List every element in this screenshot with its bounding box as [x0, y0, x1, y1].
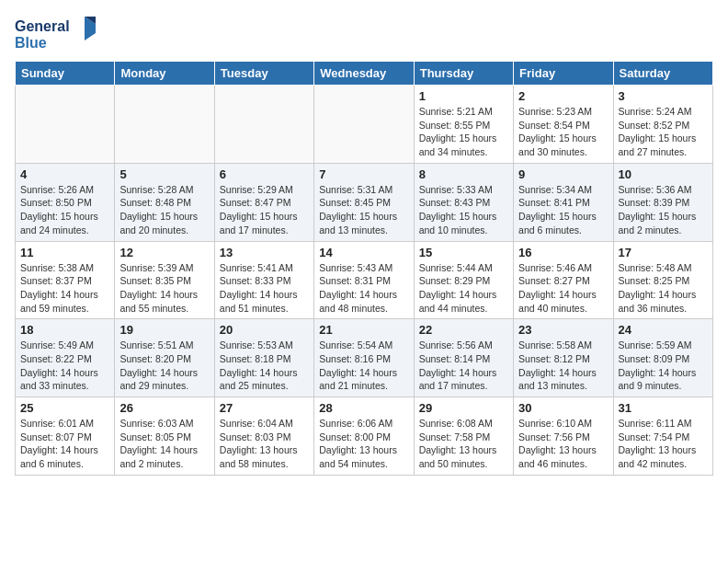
calendar-cell: 5Sunrise: 5:28 AM Sunset: 8:48 PM Daylig…	[115, 163, 214, 241]
weekday-header-wednesday: Wednesday	[314, 62, 414, 86]
calendar-cell: 2Sunrise: 5:23 AM Sunset: 8:54 PM Daylig…	[514, 86, 613, 164]
day-info: Sunrise: 5:29 AM Sunset: 8:47 PM Dayligh…	[220, 183, 309, 237]
day-number: 9	[518, 167, 608, 181]
weekday-header-row: SundayMondayTuesdayWednesdayThursdayFrid…	[16, 62, 713, 86]
day-number: 14	[319, 246, 408, 259]
day-info: Sunrise: 6:06 AM Sunset: 8:00 PM Dayligh…	[319, 417, 408, 471]
calendar-cell: 27Sunrise: 6:04 AM Sunset: 8:03 PM Dayli…	[214, 397, 313, 476]
day-number: 22	[419, 323, 508, 337]
calendar-cell: 3Sunrise: 5:24 AM Sunset: 8:52 PM Daylig…	[613, 86, 712, 164]
calendar-cell: 31Sunrise: 6:11 AM Sunset: 7:54 PM Dayli…	[613, 397, 712, 476]
day-number: 28	[319, 401, 408, 415]
day-number: 21	[319, 323, 408, 337]
calendar-cell: 1Sunrise: 5:21 AM Sunset: 8:55 PM Daylig…	[414, 86, 513, 164]
calendar-cell: 20Sunrise: 5:53 AM Sunset: 8:18 PM Dayli…	[214, 319, 313, 397]
day-info: Sunrise: 5:33 AM Sunset: 8:43 PM Dayligh…	[419, 183, 508, 237]
day-info: Sunrise: 5:44 AM Sunset: 8:29 PM Dayligh…	[419, 261, 508, 316]
day-info: Sunrise: 5:23 AM Sunset: 8:54 PM Dayligh…	[518, 105, 608, 159]
calendar-cell: 14Sunrise: 5:43 AM Sunset: 8:31 PM Dayli…	[314, 241, 414, 319]
weekday-header-thursday: Thursday	[414, 62, 513, 86]
day-number: 5	[119, 167, 209, 181]
day-info: Sunrise: 6:10 AM Sunset: 7:56 PM Dayligh…	[518, 417, 608, 471]
day-number: 19	[119, 323, 209, 337]
calendar-cell: 17Sunrise: 5:48 AM Sunset: 8:25 PM Dayli…	[613, 241, 712, 319]
day-number: 30	[518, 401, 608, 415]
day-number: 7	[319, 167, 408, 181]
day-number: 18	[20, 323, 109, 337]
day-info: Sunrise: 5:41 AM Sunset: 8:33 PM Dayligh…	[220, 261, 309, 316]
day-info: Sunrise: 5:34 AM Sunset: 8:41 PM Dayligh…	[518, 183, 608, 237]
day-number: 31	[619, 401, 708, 415]
calendar-cell	[16, 86, 115, 164]
day-info: Sunrise: 5:59 AM Sunset: 8:09 PM Dayligh…	[619, 339, 708, 393]
calendar-cell: 8Sunrise: 5:33 AM Sunset: 8:43 PM Daylig…	[414, 163, 513, 241]
calendar-cell: 25Sunrise: 6:01 AM Sunset: 8:07 PM Dayli…	[16, 397, 115, 476]
day-number: 27	[220, 401, 309, 415]
day-number: 3	[619, 89, 708, 103]
day-info: Sunrise: 5:28 AM Sunset: 8:48 PM Dayligh…	[119, 183, 209, 237]
calendar-cell: 21Sunrise: 5:54 AM Sunset: 8:16 PM Dayli…	[314, 319, 414, 397]
day-info: Sunrise: 5:43 AM Sunset: 8:31 PM Dayligh…	[319, 261, 408, 316]
calendar-week-5: 25Sunrise: 6:01 AM Sunset: 8:07 PM Dayli…	[16, 397, 713, 476]
day-number: 23	[518, 323, 608, 337]
day-info: Sunrise: 5:58 AM Sunset: 8:12 PM Dayligh…	[518, 339, 608, 393]
logo-svg: General Blue	[15, 15, 97, 53]
day-info: Sunrise: 6:03 AM Sunset: 8:05 PM Dayligh…	[119, 417, 209, 471]
weekday-header-sunday: Sunday	[16, 62, 115, 86]
calendar-cell: 4Sunrise: 5:26 AM Sunset: 8:50 PM Daylig…	[16, 163, 115, 241]
calendar-table: SundayMondayTuesdayWednesdayThursdayFrid…	[15, 61, 713, 476]
day-number: 25	[20, 401, 109, 415]
day-info: Sunrise: 5:38 AM Sunset: 8:37 PM Dayligh…	[20, 261, 109, 316]
weekday-header-friday: Friday	[514, 62, 613, 86]
day-info: Sunrise: 5:39 AM Sunset: 8:35 PM Dayligh…	[119, 261, 209, 316]
day-number: 24	[619, 323, 708, 337]
day-number: 11	[20, 246, 109, 259]
calendar-cell: 19Sunrise: 5:51 AM Sunset: 8:20 PM Dayli…	[115, 319, 214, 397]
calendar-header: SundayMondayTuesdayWednesdayThursdayFrid…	[16, 62, 713, 86]
calendar-week-2: 4Sunrise: 5:26 AM Sunset: 8:50 PM Daylig…	[16, 163, 713, 241]
calendar-cell: 11Sunrise: 5:38 AM Sunset: 8:37 PM Dayli…	[16, 241, 115, 319]
day-info: Sunrise: 6:11 AM Sunset: 7:54 PM Dayligh…	[619, 417, 708, 471]
calendar-cell: 15Sunrise: 5:44 AM Sunset: 8:29 PM Dayli…	[414, 241, 513, 319]
day-number: 16	[518, 246, 608, 259]
calendar-cell: 28Sunrise: 6:06 AM Sunset: 8:00 PM Dayli…	[314, 397, 414, 476]
page-header: General Blue	[15, 15, 713, 53]
day-number: 8	[419, 167, 508, 181]
weekday-header-saturday: Saturday	[613, 62, 712, 86]
day-info: Sunrise: 5:48 AM Sunset: 8:25 PM Dayligh…	[619, 261, 708, 316]
svg-text:Blue: Blue	[15, 35, 47, 51]
calendar-cell	[115, 86, 214, 164]
day-number: 12	[119, 246, 209, 259]
day-info: Sunrise: 5:26 AM Sunset: 8:50 PM Dayligh…	[20, 183, 109, 237]
calendar-week-4: 18Sunrise: 5:49 AM Sunset: 8:22 PM Dayli…	[16, 319, 713, 397]
day-number: 17	[619, 246, 708, 259]
day-info: Sunrise: 6:01 AM Sunset: 8:07 PM Dayligh…	[20, 417, 109, 471]
calendar-cell: 30Sunrise: 6:10 AM Sunset: 7:56 PM Dayli…	[514, 397, 613, 476]
calendar-cell: 29Sunrise: 6:08 AM Sunset: 7:58 PM Dayli…	[414, 397, 513, 476]
day-number: 13	[220, 246, 309, 259]
calendar-body: 1Sunrise: 5:21 AM Sunset: 8:55 PM Daylig…	[16, 86, 713, 476]
calendar-cell: 9Sunrise: 5:34 AM Sunset: 8:41 PM Daylig…	[514, 163, 613, 241]
calendar-cell: 13Sunrise: 5:41 AM Sunset: 8:33 PM Dayli…	[214, 241, 313, 319]
calendar-cell: 6Sunrise: 5:29 AM Sunset: 8:47 PM Daylig…	[214, 163, 313, 241]
calendar-cell	[214, 86, 313, 164]
day-info: Sunrise: 5:56 AM Sunset: 8:14 PM Dayligh…	[419, 339, 508, 393]
day-number: 20	[220, 323, 309, 337]
day-info: Sunrise: 5:24 AM Sunset: 8:52 PM Dayligh…	[619, 105, 708, 159]
calendar-week-3: 11Sunrise: 5:38 AM Sunset: 8:37 PM Dayli…	[16, 241, 713, 319]
calendar-cell: 7Sunrise: 5:31 AM Sunset: 8:45 PM Daylig…	[314, 163, 414, 241]
day-info: Sunrise: 5:31 AM Sunset: 8:45 PM Dayligh…	[319, 183, 408, 237]
day-info: Sunrise: 5:51 AM Sunset: 8:20 PM Dayligh…	[119, 339, 209, 393]
day-number: 26	[119, 401, 209, 415]
calendar-cell: 22Sunrise: 5:56 AM Sunset: 8:14 PM Dayli…	[414, 319, 513, 397]
day-number: 4	[20, 167, 109, 181]
day-info: Sunrise: 5:36 AM Sunset: 8:39 PM Dayligh…	[619, 183, 708, 237]
day-info: Sunrise: 6:04 AM Sunset: 8:03 PM Dayligh…	[220, 417, 309, 471]
day-number: 1	[419, 89, 508, 103]
logo: General Blue	[15, 15, 97, 53]
day-info: Sunrise: 5:49 AM Sunset: 8:22 PM Dayligh…	[20, 339, 109, 393]
day-info: Sunrise: 5:54 AM Sunset: 8:16 PM Dayligh…	[319, 339, 408, 393]
day-number: 29	[419, 401, 508, 415]
day-number: 10	[619, 167, 708, 181]
day-info: Sunrise: 5:46 AM Sunset: 8:27 PM Dayligh…	[518, 261, 608, 316]
